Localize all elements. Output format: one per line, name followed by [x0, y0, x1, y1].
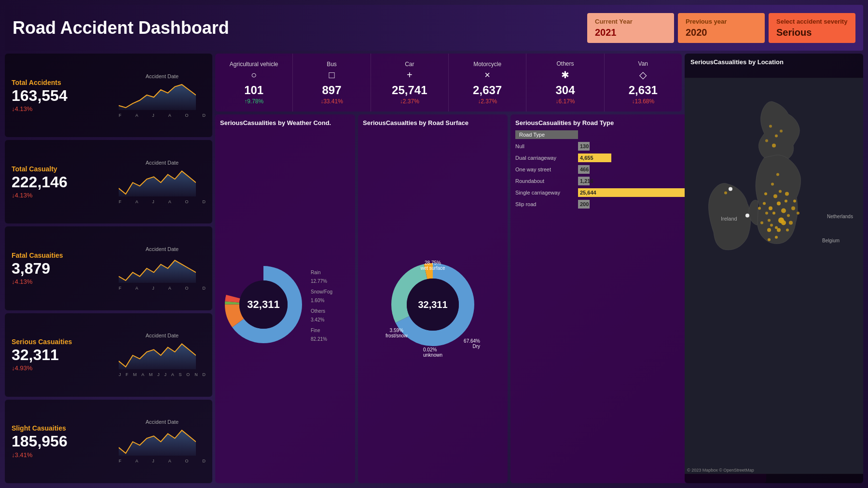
vehicle-count-5: 2,631: [629, 84, 658, 97]
svg-point-42: [785, 192, 789, 196]
svg-point-26: [787, 214, 790, 217]
bar-label-1: Dual carriageway: [515, 155, 578, 161]
bar-fill-0: 130: [578, 142, 590, 151]
svg-point-24: [775, 226, 778, 229]
stat-info-2: Fatal Casuaities 3,879 ↓4.13%: [12, 251, 114, 285]
charts-row: SeriousCasualities by Weather Cond.: [215, 114, 682, 483]
svg-text:© 2023 Mapbox © OpenStreetMap: © 2023 Mapbox © OpenStreetMap: [687, 468, 754, 473]
vehicle-icon-5: ◇: [639, 69, 647, 81]
stat-change-1: ↓4.13%: [12, 192, 114, 199]
sparkline-title-3: Accident Date: [119, 333, 206, 338]
svg-point-39: [767, 228, 771, 232]
vehicle-icon-1: □: [329, 70, 334, 81]
stat-info-0: Total Accidents 163,554 ↓4.13%: [12, 79, 114, 112]
dry-label: 67.64%Dry: [464, 338, 480, 349]
sparkline-title-0: Accident Date: [119, 73, 206, 79]
svg-point-25: [769, 207, 772, 210]
wet-surface-label: 28.75%wet surface: [420, 260, 445, 271]
vehicle-name-3: Motorcycle: [473, 61, 501, 68]
sparkline-labels-0: FAJAOD: [119, 113, 206, 118]
svg-marker-3: [119, 344, 196, 370]
stat-change-3: ↓4.93%: [12, 364, 114, 372]
vehicle-name-4: Others: [556, 60, 574, 67]
current-year-filter[interactable]: Current Year 2021: [587, 13, 674, 43]
map-area: Ireland Netherlands Belgium: [685, 69, 863, 483]
sparkline-labels-2: FAJAOD: [119, 286, 206, 291]
bar-value-0: 130: [580, 143, 589, 149]
sparkline-labels-3: JFMAMJJASOND: [119, 372, 206, 377]
stat-value-1: 222,146: [12, 174, 114, 191]
svg-point-52: [780, 130, 783, 133]
vehicle-icon-2: +: [407, 70, 413, 81]
svg-marker-1: [119, 171, 196, 196]
stat-label-2: Fatal Casuaities: [12, 251, 114, 259]
vehicle-item-5: Van ◇ 2,631 ↓13.68%: [605, 54, 682, 112]
vehicle-change-4: ↓6.17%: [555, 98, 575, 105]
sparkline-svg-2: [119, 254, 196, 283]
svg-point-54: [765, 139, 768, 142]
road-surface-chart-card: SeriousCasualties by Road Surface: [358, 114, 508, 483]
road-surface-chart-title: SeriousCasualties by Road Surface: [363, 119, 503, 126]
stat-label-1: Total Casualty: [12, 165, 114, 173]
svg-marker-0: [119, 84, 196, 110]
uk-map-svg: Ireland Netherlands Belgium: [685, 69, 863, 483]
svg-point-53: [772, 144, 776, 148]
vehicle-row: Agricultural vehicle ○ 101 ↑9.78% Bus □ …: [215, 54, 682, 112]
sparkline-4: Accident Date FAJAOD: [119, 419, 206, 463]
vehicle-count-4: 304: [555, 84, 575, 97]
weather-donut: 32,311: [220, 261, 307, 348]
main-content: Total Accidents 163,554 ↓4.13% Accident …: [5, 54, 863, 483]
sparkline-svg-4: [119, 427, 196, 456]
sparkline-0: Accident Date FAJAOD: [119, 73, 206, 118]
bar-label-3: Roundabout: [515, 178, 578, 184]
bar-fill-1: 4,655: [578, 153, 611, 162]
stat-label-3: Serious Casuaities: [12, 338, 114, 346]
sparkline-title-2: Accident Date: [119, 246, 206, 252]
stat-change-0: ↓4.13%: [12, 105, 114, 112]
stat-info-4: Slight Casuaities 185,956 ↓3.41%: [12, 424, 114, 458]
svg-point-44: [758, 207, 761, 210]
stat-value-4: 185,956: [12, 433, 114, 450]
unknown-label: 0.02%unknown: [423, 347, 442, 358]
vehicle-change-3: ↓2.37%: [478, 98, 497, 105]
stat-change-4: ↓3.41%: [12, 451, 114, 459]
dashboard-title: Road Accident Dashboard: [13, 18, 587, 38]
svg-point-33: [777, 228, 781, 232]
svg-point-9: [239, 280, 288, 329]
svg-point-57: [745, 214, 749, 218]
svg-point-43: [760, 222, 763, 224]
bar-fill-2: 466: [578, 165, 590, 174]
svg-text:Belgium: Belgium: [822, 238, 840, 243]
vehicle-icon-4: ✱: [561, 69, 569, 81]
stat-label-0: Total Accidents: [12, 79, 114, 86]
vehicle-count-3: 2,637: [473, 84, 502, 97]
vehicle-item-2: Car + 25,741 ↓2.37%: [371, 54, 449, 112]
vehicle-count-1: 897: [322, 84, 341, 97]
severity-filter[interactable]: Select accident severity Serious: [769, 13, 855, 43]
sparkline-svg-1: [119, 167, 196, 196]
prev-year-value: 2020: [686, 27, 707, 38]
bar-label-2: One way street: [515, 167, 578, 172]
stat-card-2: Fatal Casuaities 3,879 ↓4.13% Accident D…: [5, 226, 212, 310]
map-title: SeriousCasualities by Location: [685, 54, 863, 69]
road-surface-donut-center: 32,311: [418, 299, 447, 310]
vehicle-name-0: Agricultural vehicle: [230, 61, 278, 68]
svg-point-32: [763, 202, 766, 205]
sparkline-2: Accident Date FAJAOD: [119, 246, 206, 291]
stat-info-1: Total Casualty 222,146 ↓4.13%: [12, 165, 114, 199]
svg-point-31: [791, 207, 795, 210]
prev-year-filter[interactable]: Previous year 2020: [678, 13, 765, 43]
vehicle-name-5: Van: [638, 60, 648, 67]
middle-column: Agricultural vehicle ○ 101 ↑9.78% Bus □ …: [215, 54, 682, 483]
vehicle-icon-0: ○: [251, 70, 257, 81]
svg-point-55: [724, 192, 727, 195]
bar-value-1: 4,655: [580, 155, 593, 161]
sparkline-title-4: Accident Date: [119, 419, 206, 425]
sparkline-title-1: Accident Date: [119, 160, 206, 166]
svg-point-29: [765, 212, 768, 215]
dashboard: Road Accident Dashboard Current Year 202…: [0, 0, 868, 488]
map-column: SeriousCasualities by Location Ireland: [685, 54, 863, 483]
sparkline-labels-1: FAJAOD: [119, 199, 206, 204]
vehicle-name-2: Car: [405, 61, 414, 68]
weather-chart-title: SeriousCasualities by Weather Cond.: [220, 119, 350, 126]
